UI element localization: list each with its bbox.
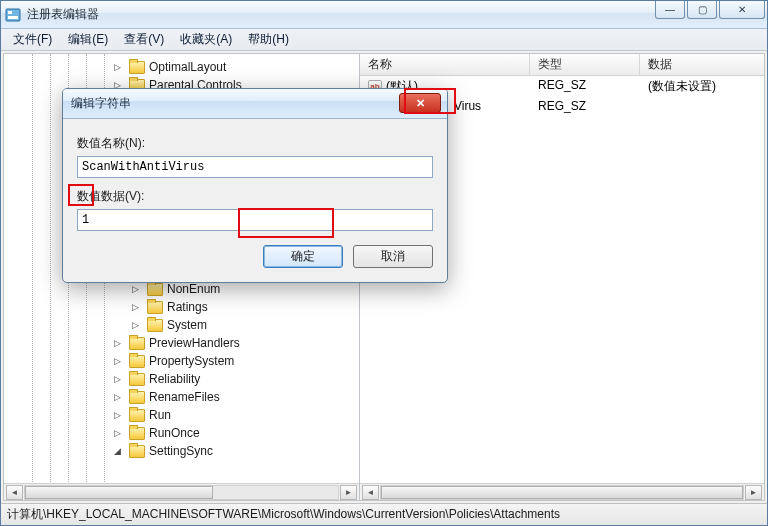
dialog-close-button[interactable]: ✕ (399, 93, 441, 113)
expander-icon[interactable]: ▷ (112, 410, 123, 421)
folder-icon (129, 355, 145, 368)
edit-string-dialog: 编辑字符串 ✕ 数值名称(N): 数值数据(V): 确定 取消 (62, 88, 448, 283)
folder-icon (129, 61, 145, 74)
folder-icon (147, 283, 163, 296)
expander-icon[interactable]: ◢ (112, 446, 123, 457)
folder-icon (147, 319, 163, 332)
window-title: 注册表编辑器 (27, 6, 99, 23)
expander-icon[interactable]: ▷ (112, 338, 123, 349)
tree-item[interactable]: ◢SettingSync (12, 442, 359, 460)
name-label: 数值名称(N): (77, 135, 433, 152)
expander-icon[interactable]: ▷ (112, 428, 123, 439)
data-label: 数值数据(V): (77, 188, 433, 205)
menu-file[interactable]: 文件(F) (5, 29, 60, 50)
value-data-input[interactable] (77, 209, 433, 231)
menubar: 文件(F) 编辑(E) 查看(V) 收藏夹(A) 帮助(H) (1, 29, 767, 51)
svg-rect-2 (8, 16, 18, 19)
expander-icon[interactable]: ▷ (112, 374, 123, 385)
folder-icon (147, 301, 163, 314)
tree-item[interactable]: ▷RunOnce (12, 424, 359, 442)
svg-rect-1 (8, 11, 12, 14)
scroll-right-button[interactable]: ► (340, 485, 357, 500)
list-header[interactable]: 名称 类型 数据 (360, 54, 764, 76)
folder-icon (129, 391, 145, 404)
minimize-button[interactable]: — (655, 1, 685, 19)
expander-icon[interactable]: ▷ (130, 302, 141, 313)
tree-hscroll[interactable]: ◄ ► (4, 483, 359, 500)
tree-item[interactable]: ▷OptimalLayout (12, 58, 359, 76)
folder-icon (129, 445, 145, 458)
maximize-button[interactable]: ▢ (687, 1, 717, 19)
cancel-button[interactable]: 取消 (353, 245, 433, 268)
tree-item[interactable]: ▷Ratings (12, 298, 359, 316)
folder-icon (129, 427, 145, 440)
statusbar: 计算机\HKEY_LOCAL_MACHINE\SOFTWARE\Microsof… (1, 503, 767, 525)
tree-item[interactable]: ▷Run (12, 406, 359, 424)
expander-icon[interactable]: ▷ (130, 284, 141, 295)
col-name[interactable]: 名称 (360, 54, 530, 75)
svg-rect-0 (6, 9, 20, 21)
scroll-left-button[interactable]: ◄ (362, 485, 379, 500)
titlebar[interactable]: 注册表编辑器 — ▢ ✕ (1, 1, 767, 29)
dialog-titlebar[interactable]: 编辑字符串 ✕ (63, 89, 447, 119)
expander-icon[interactable]: ▷ (112, 356, 123, 367)
menu-edit[interactable]: 编辑(E) (60, 29, 116, 50)
close-button[interactable]: ✕ (719, 1, 765, 19)
menu-help[interactable]: 帮助(H) (240, 29, 297, 50)
expander-icon[interactable]: ▷ (112, 62, 123, 73)
tree-item[interactable]: ▷PreviewHandlers (12, 334, 359, 352)
list-hscroll[interactable]: ◄ ► (360, 483, 764, 500)
folder-icon (129, 409, 145, 422)
folder-icon (129, 373, 145, 386)
tree-item[interactable]: ▷System (12, 316, 359, 334)
tree-item[interactable]: ▷RenameFiles (12, 388, 359, 406)
expander-icon[interactable]: ▷ (130, 320, 141, 331)
ok-button[interactable]: 确定 (263, 245, 343, 268)
col-data[interactable]: 数据 (640, 54, 764, 75)
menu-view[interactable]: 查看(V) (116, 29, 172, 50)
scroll-right-button[interactable]: ► (745, 485, 762, 500)
app-icon (5, 7, 21, 23)
dialog-title: 编辑字符串 (71, 95, 131, 112)
value-name-input[interactable] (77, 156, 433, 178)
statusbar-path: 计算机\HKEY_LOCAL_MACHINE\SOFTWARE\Microsof… (7, 506, 560, 523)
tree-item[interactable]: ▷PropertySystem (12, 352, 359, 370)
menu-favorites[interactable]: 收藏夹(A) (172, 29, 240, 50)
expander-icon[interactable]: ▷ (112, 392, 123, 403)
col-type[interactable]: 类型 (530, 54, 640, 75)
folder-icon (129, 337, 145, 350)
tree-item[interactable]: ▷Reliability (12, 370, 359, 388)
scroll-left-button[interactable]: ◄ (6, 485, 23, 500)
